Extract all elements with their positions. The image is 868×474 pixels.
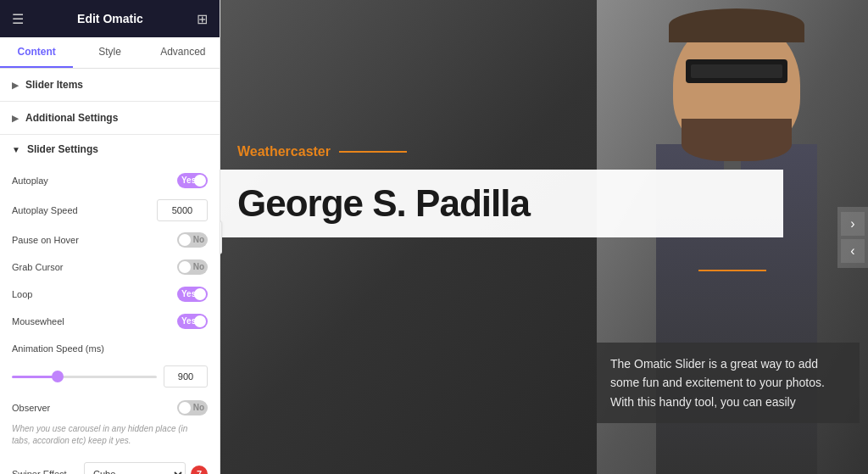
pause-hover-toggle[interactable]: No (177, 232, 208, 248)
person-hair (669, 8, 804, 42)
person-head (673, 17, 800, 153)
sidebar: ☰ Edit Omatic ⊞ Content Style Advanced ▶… (0, 0, 220, 474)
grab-cursor-toggle[interactable]: No (177, 259, 208, 275)
slider-items-label: Slider Items (25, 79, 83, 91)
swiper-effect-label: Swiper Effect (12, 469, 67, 474)
autoplay-speed-row: Autoplay Speed (0, 194, 220, 226)
mousewheel-toggle-track[interactable]: Yes (177, 314, 208, 329)
hamburger-icon[interactable]: ☰ (12, 11, 24, 27)
person-sunglasses (686, 59, 787, 83)
observer-toggle[interactable]: No (177, 400, 208, 415)
swiper-effect-control: Slide Fade Cube Coverflow Flip 7 (84, 462, 208, 474)
grab-cursor-toggle-label: No (193, 262, 204, 271)
collapse-handle[interactable]: ‹ (220, 220, 222, 254)
slide-name: George S. Padilla (237, 182, 530, 224)
loop-toggle-label: Yes (181, 289, 196, 298)
description-box: The Omatic Slider is a great way to add … (597, 343, 860, 423)
observer-hint: When you use carousel in any hidden plac… (0, 421, 220, 452)
mousewheel-label: Mousewheel (12, 316, 177, 326)
tab-style[interactable]: Style (73, 37, 146, 68)
autoplay-speed-input[interactable] (157, 199, 208, 221)
orange-line-2 (698, 270, 766, 271)
observer-toggle-label: No (193, 403, 204, 412)
pause-hover-toggle-track[interactable]: No (177, 232, 208, 248)
slider-container: Weathercaster George S. Padilla The Omat… (220, 0, 868, 474)
slider-settings-header[interactable]: ▼ Slider Settings (0, 135, 220, 164)
animation-speed-input[interactable] (164, 365, 208, 388)
nav-arrows: › ‹ (837, 207, 868, 268)
observer-label: Observer (12, 403, 177, 413)
grab-cursor-toggle-thumb (179, 261, 191, 273)
main-content: ‹ (220, 0, 868, 474)
slide-image: Weathercaster George S. Padilla The Omat… (220, 0, 868, 474)
tab-advanced[interactable]: Advanced (147, 37, 220, 68)
arrow-right-icon: ▶ (12, 81, 19, 90)
autoplay-toggle-label: Yes (181, 176, 196, 185)
sidebar-header: ☰ Edit Omatic ⊞ (0, 0, 220, 37)
swiper-effect-select[interactable]: Slide Fade Cube Coverflow Flip (84, 462, 186, 474)
loop-label: Loop (12, 289, 177, 299)
observer-toggle-thumb (179, 402, 191, 414)
grid-icon[interactable]: ⊞ (197, 11, 208, 27)
mousewheel-row: Mousewheel Yes (0, 308, 220, 335)
loop-toggle-track[interactable]: Yes (177, 287, 208, 302)
autoplay-toggle-track[interactable]: Yes (177, 173, 208, 188)
weathercaster-text: Weathercaster (237, 144, 331, 159)
sidebar-tabs: Content Style Advanced (0, 37, 220, 69)
name-banner: George S. Padilla (220, 170, 783, 237)
swiper-effect-badge: 7 (191, 466, 208, 474)
person-beard (682, 119, 792, 161)
animation-speed-label-row: Animation Speed (ms) (0, 335, 220, 362)
pause-hover-toggle-label: No (193, 235, 204, 244)
autoplay-label: Autoplay (12, 176, 177, 186)
weathercaster-line (339, 151, 407, 153)
grab-cursor-label: Grab Cursor (12, 262, 177, 272)
animation-speed-range-row (12, 365, 208, 388)
grab-cursor-row: Grab Cursor No (0, 254, 220, 281)
autoplay-row: Autoplay Yes (0, 167, 220, 194)
weathercaster-label: Weathercaster (237, 144, 407, 159)
slider-settings-label: Slider Settings (27, 143, 98, 155)
swiper-effect-row: Swiper Effect Slide Fade Cube Coverflow … (0, 455, 220, 474)
pause-hover-toggle-thumb (179, 234, 191, 246)
animation-speed-range[interactable] (12, 376, 157, 378)
loop-toggle[interactable]: Yes (177, 287, 208, 302)
arrow-down-icon: ▼ (12, 145, 20, 154)
additional-settings-label: Additional Settings (25, 112, 118, 124)
animation-speed-label: Animation Speed (ms) (12, 343, 208, 354)
animation-speed-range-container (0, 362, 220, 394)
mousewheel-toggle-label: Yes (181, 316, 196, 326)
sidebar-content: ▶ Slider Items ▶ Additional Settings ▼ S… (0, 69, 220, 474)
observer-toggle-track[interactable]: No (177, 400, 208, 415)
sidebar-title: Edit Omatic (77, 12, 143, 25)
observer-row: Observer No (0, 394, 220, 421)
mousewheel-toggle[interactable]: Yes (177, 314, 208, 329)
loop-row: Loop Yes (0, 281, 220, 308)
pause-hover-row: Pause on Hover No (0, 226, 220, 254)
tab-content[interactable]: Content (0, 37, 73, 68)
pause-hover-label: Pause on Hover (12, 235, 177, 245)
description-text: The Omatic Slider is a great way to add … (610, 357, 825, 409)
nav-arrow-prev[interactable]: ‹ (841, 239, 865, 263)
autoplay-toggle[interactable]: Yes (177, 173, 208, 188)
arrow-right-icon-2: ▶ (12, 114, 19, 123)
sunglasses-lens (691, 64, 782, 78)
autoplay-speed-label: Autoplay Speed (12, 205, 157, 215)
slider-items-header[interactable]: ▶ Slider Items (0, 69, 220, 102)
grab-cursor-toggle-track[interactable]: No (177, 259, 208, 275)
nav-arrow-next[interactable]: › (841, 212, 865, 236)
settings-rows: Autoplay Yes Autoplay Speed Pause on Hov… (0, 164, 220, 474)
additional-settings-header[interactable]: ▶ Additional Settings (0, 102, 220, 135)
